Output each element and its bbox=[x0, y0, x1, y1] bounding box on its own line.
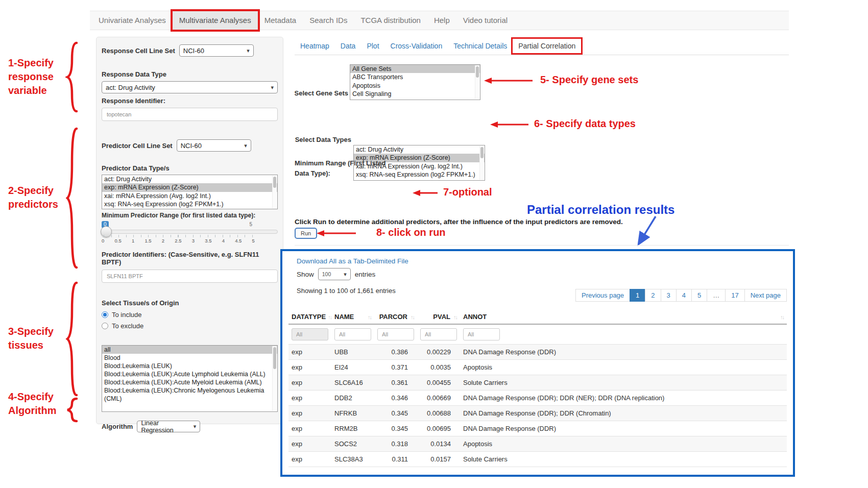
annotation-step5: 5- Specify gene sets bbox=[540, 74, 638, 86]
gene-set-option[interactable]: ABC Transporters bbox=[350, 73, 480, 81]
scrollbar-thumb[interactable] bbox=[480, 147, 484, 158]
nav-item-search-ids[interactable]: Search IDs bbox=[303, 11, 354, 30]
run-button[interactable]: Run bbox=[295, 228, 317, 239]
tab-partial-correlation[interactable]: Partial Correlation bbox=[513, 39, 581, 53]
nav-item-video-tutorial[interactable]: Video tutorial bbox=[456, 11, 514, 30]
column-header-parcor[interactable]: PARCOR↑↓ bbox=[374, 310, 417, 324]
scrollbar-thumb[interactable] bbox=[476, 66, 479, 78]
predictor-data-type-option[interactable]: exp: mRNA Expression (Z-Score) bbox=[102, 183, 277, 191]
sort-icon[interactable]: ↑↓ bbox=[408, 314, 414, 320]
data-type-scrollbar[interactable] bbox=[479, 146, 484, 180]
tissue-option[interactable]: Blood:Leukemia (LEUK):Chronic Myelogenou… bbox=[102, 386, 277, 403]
tab-heatmap[interactable]: Heatmap bbox=[295, 39, 335, 53]
predictor-cell-line-select[interactable]: NCI-60 ▾ bbox=[177, 139, 251, 152]
page-button-3[interactable]: 3 bbox=[661, 289, 677, 302]
cell-datatype: exp bbox=[288, 345, 331, 360]
tissue-option[interactable]: Blood bbox=[102, 354, 277, 362]
show-label: Show bbox=[297, 271, 314, 278]
sort-icon[interactable]: ↑↓ bbox=[778, 314, 784, 320]
table-row[interactable]: expEI240.3710.0035Apoptosis bbox=[288, 360, 787, 375]
page-button-2[interactable]: 2 bbox=[645, 289, 661, 302]
predictor-identifiers-input[interactable] bbox=[102, 270, 278, 283]
nav-item-help[interactable]: Help bbox=[427, 11, 456, 30]
table-row[interactable]: expUBB0.3860.00229DNA Damage Response (D… bbox=[288, 345, 787, 360]
cell-annot: DNA Damage Response (DDR); DDR (Chromati… bbox=[460, 406, 787, 421]
column-header-pval[interactable]: PVAL↑↓ bbox=[417, 310, 460, 324]
tab-plot[interactable]: Plot bbox=[361, 39, 384, 53]
gene-set-option[interactable]: Apoptosis bbox=[350, 82, 480, 90]
tab-data[interactable]: Data bbox=[335, 39, 361, 53]
sort-icon[interactable]: ↑↓ bbox=[326, 314, 331, 320]
nav-item-tcga-distribution[interactable]: TCGA distribution bbox=[354, 11, 427, 30]
sort-icon[interactable]: ↑↓ bbox=[451, 314, 457, 320]
chevron-down-icon: ▾ bbox=[244, 142, 247, 149]
cell-pval: 0.00688 bbox=[417, 406, 460, 421]
page-button-1[interactable]: 1 bbox=[630, 289, 645, 302]
filter-input-datatype[interactable] bbox=[292, 328, 328, 340]
download-link[interactable]: Download All as a Tab-Delimited File bbox=[297, 257, 408, 265]
sort-icon[interactable]: ↑↓ bbox=[366, 314, 371, 320]
predictor-data-type-scrollbar[interactable] bbox=[272, 176, 277, 208]
chevron-down-icon: ▾ bbox=[271, 84, 274, 91]
radio-button-exclude[interactable] bbox=[102, 323, 108, 329]
tab-cross-validation[interactable]: Cross-Validation bbox=[385, 39, 448, 53]
app-screenshot: Univariate AnalysesMultivariate Analyses… bbox=[0, 0, 868, 488]
next-page-button[interactable]: Next page bbox=[744, 289, 787, 302]
column-header-name[interactable]: NAME↑↓ bbox=[331, 310, 374, 324]
table-row[interactable]: expSOCS20.3180.0134Apoptosis bbox=[288, 436, 787, 452]
gene-set-option[interactable]: All Gene Sets bbox=[350, 65, 480, 73]
table-row[interactable]: expNFRKB0.3450.00688DNA Damage Response … bbox=[288, 406, 787, 421]
response-identifier-input[interactable] bbox=[102, 108, 278, 121]
tab-technical-details[interactable]: Technical Details bbox=[448, 39, 513, 53]
predictor-data-types-label: Predictor Data Type/s bbox=[102, 164, 278, 172]
cell-annot: DNA Damage Response (DDR) bbox=[460, 421, 787, 436]
scrollbar-thumb[interactable] bbox=[273, 177, 276, 188]
nav-item-metadata[interactable]: Metadata bbox=[258, 11, 303, 30]
control-panel: Response Cell Line Set NCI-60 ▾ Response… bbox=[96, 37, 283, 424]
table-row[interactable]: expRRM2B0.3450.00695DNA Damage Response … bbox=[288, 421, 787, 436]
results-table: DATATYPE↑↓NAME↑↓PARCOR↑↓PVAL↑↓ANNOT↑↓ ex… bbox=[288, 310, 787, 467]
scrollbar-thumb[interactable] bbox=[273, 347, 276, 369]
tissue-scrollbar[interactable] bbox=[272, 346, 277, 411]
page-length-select[interactable]: 100 ▾ bbox=[318, 268, 351, 280]
previous-page-button[interactable]: Previous page bbox=[575, 289, 630, 302]
response-data-type-select[interactable]: act: Drug Activity ▾ bbox=[102, 81, 278, 93]
nav-item-univariate-analyses[interactable]: Univariate Analyses bbox=[92, 11, 173, 30]
table-body: expUBB0.3860.00229DNA Damage Response (D… bbox=[288, 345, 787, 467]
tissue-option[interactable]: Blood:Leukemia (LEUK):Acute Myeloid Leuk… bbox=[102, 378, 277, 386]
predictor-data-type-option[interactable]: xsq: RNA-seq Expression (log2 FPKM+1.) bbox=[102, 200, 277, 208]
filter-input-parcor[interactable] bbox=[377, 328, 414, 340]
page-button-17[interactable]: 17 bbox=[725, 289, 744, 302]
run-instruction: Click Run to determine additional predic… bbox=[295, 218, 623, 226]
radio-button-include[interactable] bbox=[102, 311, 108, 318]
table-row[interactable]: expDDB20.3460.00669DNA Damage Response (… bbox=[288, 391, 787, 406]
slider-track[interactable] bbox=[102, 230, 278, 234]
predictor-data-type-option[interactable]: xai: mRNA Expression (Avg. log2 Int.) bbox=[102, 192, 277, 200]
tissue-exclude-option[interactable]: To exclude bbox=[102, 322, 278, 330]
filter-input-pval[interactable] bbox=[420, 328, 457, 340]
column-header-annot[interactable]: ANNOT↑↓ bbox=[460, 310, 787, 324]
gene-set-scrollbar[interactable] bbox=[475, 65, 479, 99]
page-button-4[interactable]: 4 bbox=[676, 289, 692, 302]
tissue-option[interactable]: Blood:Leukemia (LEUK) bbox=[102, 362, 277, 370]
cell-parcor: 0.361 bbox=[374, 375, 417, 391]
table-row[interactable]: expSLC6A160.3610.00455Solute Carriers bbox=[288, 375, 787, 391]
slider-tick-labels: 00.511.522.533.544.55 bbox=[102, 238, 255, 243]
filter-input-annot[interactable] bbox=[463, 328, 500, 340]
predictor-data-type-option[interactable]: act: Drug Activity bbox=[102, 175, 277, 183]
algorithm-select[interactable]: Linear Regression ▾ bbox=[137, 421, 200, 432]
cell-datatype: exp bbox=[288, 360, 331, 375]
page-button-5[interactable]: 5 bbox=[691, 289, 707, 302]
column-label: NAME bbox=[334, 313, 354, 321]
cell-parcor: 0.345 bbox=[374, 406, 417, 421]
response-cell-line-select[interactable]: NCI-60 ▾ bbox=[179, 44, 254, 57]
tissue-include-option[interactable]: To include bbox=[102, 311, 278, 319]
filter-input-name[interactable] bbox=[334, 328, 371, 340]
nav-item-multivariate-analyses[interactable]: Multivariate Analyses bbox=[173, 11, 258, 30]
data-type-option[interactable]: act: Drug Activity bbox=[354, 145, 485, 154]
column-header-datatype[interactable]: DATATYPE↑↓ bbox=[288, 310, 331, 324]
gene-set-option[interactable]: Cell Signaling bbox=[350, 90, 480, 98]
tissue-option[interactable]: all bbox=[102, 346, 277, 354]
tissue-option[interactable]: Blood:Leukemia (LEUK):Acute Lymphoid Leu… bbox=[102, 370, 277, 378]
table-row[interactable]: expSLC38A30.3110.0157Solute Carriers bbox=[288, 452, 787, 467]
